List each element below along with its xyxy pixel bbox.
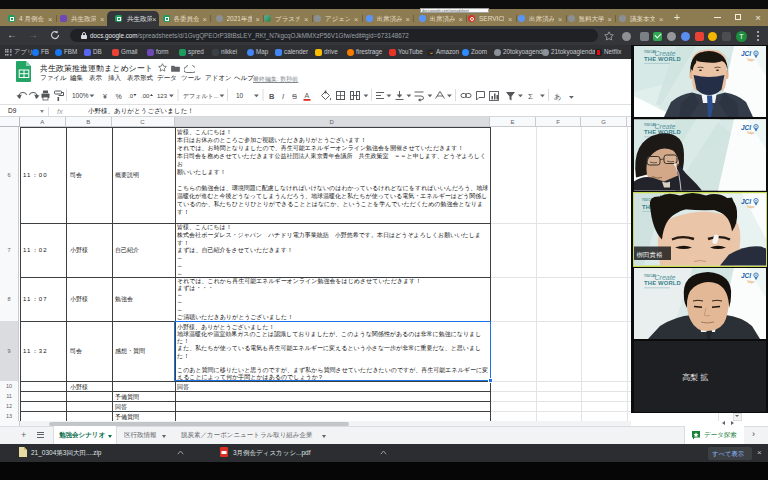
svg-text:栁田貴裕: 栁田貴裕 xyxy=(637,251,664,259)
svg-text:あ: あ xyxy=(554,93,561,101)
svg-text:A: A xyxy=(305,92,310,99)
svg-text:¥: ¥ xyxy=(103,93,107,100)
svg-text:Σ: Σ xyxy=(528,92,533,101)
svg-text:デフォルト...: デフォルト... xyxy=(183,93,219,99)
svg-text:%: % xyxy=(116,93,122,100)
svg-text:.00: .00 xyxy=(141,93,150,99)
svg-text:S: S xyxy=(292,92,297,101)
svg-text:B: B xyxy=(269,92,275,101)
svg-text:I: I xyxy=(282,92,284,101)
svg-text:.0: .0 xyxy=(128,93,134,99)
svg-text:100%: 100% xyxy=(72,92,89,99)
svg-text:10: 10 xyxy=(236,92,244,99)
svg-text:123: 123 xyxy=(157,93,168,99)
svg-text:高梨 拡: 高梨 拡 xyxy=(682,373,708,382)
